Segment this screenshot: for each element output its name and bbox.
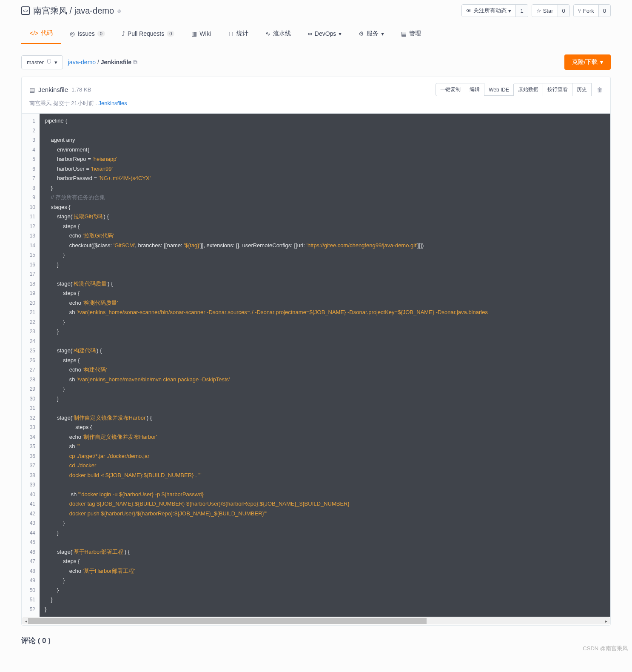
repo-title-row: <> 南宫乘风 / java-demo ⌾ <box>21 5 121 17</box>
tab-code[interactable]: </> 代码 <box>21 23 61 44</box>
star-count[interactable]: 0 <box>558 5 569 17</box>
copy-button[interactable]: 一键复制 <box>436 83 465 96</box>
commit-message-link[interactable]: Jenkinsfiles <box>99 100 127 106</box>
webide-button[interactable]: Web IDE <box>484 84 514 96</box>
tab-pull-requests[interactable]: ⤴ Pull Requests 0 <box>114 23 183 44</box>
delete-icon[interactable]: 🗑 <box>597 86 603 93</box>
fork-icon: ⑂ <box>578 8 581 14</box>
tab-pipeline[interactable]: ∿ 流水线 <box>257 23 299 44</box>
edit-button[interactable]: 编辑 <box>465 83 484 96</box>
copy-path-icon[interactable]: ⧉ <box>133 59 137 66</box>
tab-wiki[interactable]: ▥ Wiki <box>183 23 219 44</box>
eye-icon: 👁 <box>466 8 472 14</box>
repo-tabs: </> 代码 ◎ Issues 0 ⤴ Pull Requests 0 ▥ Wi… <box>0 23 632 44</box>
shield-icon: ⛉ <box>46 59 52 66</box>
tab-manage[interactable]: ▤ 管理 <box>393 23 430 44</box>
breadcrumb-root[interactable]: java-demo <box>68 59 96 66</box>
code-body[interactable]: pipeline { agent any environment{ harbor… <box>40 114 610 617</box>
star-icon: ☆ <box>536 8 541 14</box>
tab-issues[interactable]: ◎ Issues 0 <box>61 23 114 44</box>
clone-download-button[interactable]: 克隆/下载 ▾ <box>564 54 611 70</box>
watch-count[interactable]: 1 <box>515 5 527 17</box>
blame-button[interactable]: 按行查看 <box>543 83 572 96</box>
file-size: 1.78 KB <box>71 86 91 93</box>
code-viewer: 1234567891011121314151617181920212223242… <box>22 114 610 617</box>
star-button[interactable]: ☆Star 0 <box>532 4 570 17</box>
branch-selector[interactable]: master ⛉ ▾ <box>21 55 63 69</box>
raw-button[interactable]: 原始数据 <box>514 83 543 96</box>
file-action-buttons: 一键复制 编辑 Web IDE 原始数据 按行查看 历史 🗑 <box>436 83 603 96</box>
file-icon: ▤ <box>29 86 35 93</box>
file-name: Jenkinsfile <box>38 86 68 93</box>
donate-icon[interactable]: ⌾ <box>117 7 121 14</box>
horizontal-scrollbar[interactable]: ◂ ▸ <box>23 618 609 624</box>
breadcrumb: java-demo / Jenkinsfile ⧉ <box>68 59 137 66</box>
tab-devops[interactable]: ∞ DevOps ▾ <box>299 23 350 44</box>
tab-stats[interactable]: ⫿⫿ 统计 <box>219 23 257 44</box>
repo-title[interactable]: 南宫乘风 / java-demo <box>33 5 114 17</box>
fork-button[interactable]: ⑂Fork 0 <box>573 4 611 17</box>
scrollbar-thumb[interactable] <box>28 618 427 624</box>
tab-service[interactable]: ⚙ 服务 ▾ <box>350 23 393 44</box>
scroll-right-icon[interactable]: ▸ <box>603 618 609 624</box>
commit-info: 南宫乘风 提交于 21小时前 . Jenkinsfiles <box>29 100 603 107</box>
comments-heading: 评论 ( 0 ) <box>21 626 611 656</box>
line-numbers: 1234567891011121314151617181920212223242… <box>22 114 40 617</box>
breadcrumb-file: Jenkinsfile <box>101 59 131 66</box>
repo-icon: <> <box>21 6 30 15</box>
watermark: CSDN @南宫乘风 <box>583 645 628 652</box>
history-button[interactable]: 历史 <box>572 83 592 96</box>
fork-count[interactable]: 0 <box>598 5 610 17</box>
watch-button[interactable]: 👁关注所有动态 ▾ 1 <box>461 4 528 17</box>
